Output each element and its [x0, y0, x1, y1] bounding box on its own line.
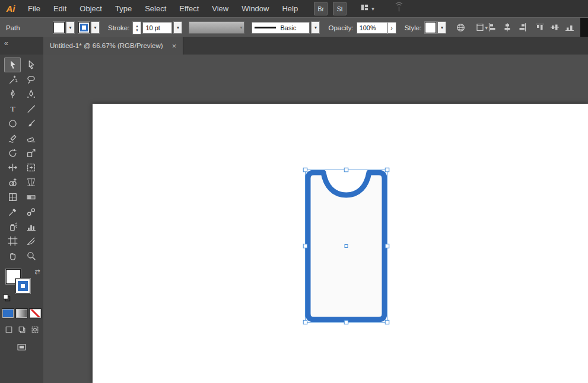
menu-bar: Ai FileEditObjectTypeSelectEffectViewWin… — [0, 0, 588, 18]
panel-dock-endcap — [580, 18, 588, 37]
stock-button[interactable]: St — [333, 2, 347, 15]
symbol-sprayer-tool[interactable] — [4, 219, 21, 234]
menu-window[interactable]: Window — [235, 0, 275, 17]
document-tab-title: Untitled-1* @ 66.67% (RGB/Preview) — [50, 42, 163, 49]
stroke-color-swatch[interactable] — [78, 22, 90, 33]
artboard[interactable] — [93, 104, 588, 383]
slice-tool[interactable] — [23, 234, 39, 249]
shape-builder-tool[interactable] — [4, 175, 21, 190]
opacity-label: Opacity: — [328, 24, 353, 31]
none-button[interactable] — [29, 308, 42, 318]
canvas[interactable] — [43, 55, 588, 383]
free-transform-tool[interactable] — [23, 161, 39, 175]
align-middle-button[interactable] — [550, 23, 560, 33]
lasso-tool[interactable] — [23, 72, 39, 87]
control-bar: Path ▾ ▾ Stroke: ▴▾ 10 pt ▾ ▾ Basic ▾ Op… — [0, 17, 588, 38]
swap-fill-stroke-icon[interactable]: ⇄ — [34, 268, 40, 276]
stroke-width-stepper[interactable]: ▴▾ — [132, 21, 141, 34]
color-mode-buttons — [2, 308, 42, 318]
paintbrush-tool[interactable] — [23, 116, 39, 131]
align-right-button[interactable] — [517, 23, 527, 33]
chevron-down-icon[interactable]: ▾ — [437, 21, 446, 34]
perspective-grid-tool[interactable] — [23, 175, 39, 190]
draw-behind-button[interactable] — [17, 325, 27, 334]
drawing-mode-buttons — [4, 325, 40, 334]
hand-tool[interactable] — [4, 248, 21, 263]
fill-color-swatch[interactable] — [53, 22, 65, 33]
menu-type[interactable]: Type — [109, 0, 138, 17]
menu-object[interactable]: Object — [73, 0, 109, 17]
sync-status-icon[interactable] — [394, 2, 404, 15]
style-label: Style: — [405, 24, 422, 31]
gradient-button[interactable] — [15, 308, 28, 318]
shaper-tool[interactable] — [4, 131, 21, 146]
close-icon[interactable]: × — [172, 42, 177, 50]
rotate-tool[interactable] — [4, 146, 21, 161]
scale-tool[interactable] — [23, 146, 39, 161]
pen-tool[interactable] — [4, 87, 21, 102]
align-center-button[interactable] — [503, 23, 512, 33]
column-graph-tool[interactable] — [23, 219, 39, 234]
workspace-icon — [360, 3, 369, 14]
svg-text:T: T — [10, 105, 15, 114]
tools-panel: T ⇄ — [0, 55, 44, 383]
stroke-width-dropdown[interactable]: ▾ — [173, 21, 182, 34]
recolor-artwork-icon[interactable] — [456, 23, 466, 33]
stroke-label: Stroke: — [108, 24, 129, 31]
chevron-down-icon[interactable]: ▾ — [91, 21, 100, 34]
workspace-switcher[interactable]: ▾ — [360, 3, 374, 14]
direct-selection-tool[interactable] — [23, 58, 39, 72]
menu-select[interactable]: Select — [138, 0, 173, 17]
bridge-button[interactable]: Br — [314, 2, 328, 15]
stroke-width-field[interactable]: 10 pt — [142, 22, 172, 34]
opacity-panel-arrow[interactable]: › — [387, 22, 396, 34]
color-button[interactable] — [2, 308, 14, 318]
ellipse-tool[interactable] — [4, 116, 21, 131]
graphic-style-swatch[interactable] — [425, 22, 436, 33]
menu-view[interactable]: View — [205, 0, 235, 17]
blend-tool[interactable] — [23, 205, 39, 219]
eyedropper-tool[interactable] — [4, 205, 21, 219]
menu-edit[interactable]: Edit — [47, 0, 73, 17]
magic-wand-tool[interactable] — [4, 72, 21, 87]
line-segment-tool[interactable] — [23, 101, 39, 116]
eraser-tool[interactable] — [23, 131, 39, 146]
brush-stroke-preview — [255, 27, 276, 28]
type-tool[interactable]: T — [4, 101, 21, 116]
draw-inside-button[interactable] — [30, 325, 40, 334]
width-tool[interactable] — [4, 161, 21, 175]
menu-help[interactable]: Help — [275, 0, 304, 17]
curvature-tool[interactable] — [23, 87, 39, 102]
selection-tool[interactable] — [4, 58, 21, 72]
graphic-style-dropdown[interactable]: ▾ — [425, 21, 446, 34]
variable-width-profile-dropdown: ▾ — [189, 21, 244, 34]
brush-definition-dropdown[interactable]: ▾ — [311, 21, 320, 34]
align-top-button[interactable] — [535, 23, 545, 33]
tool-grid: T — [4, 55, 39, 263]
zoom-tool[interactable] — [23, 248, 39, 263]
screen-mode-button[interactable] — [17, 342, 27, 355]
menu-effect[interactable]: Effect — [173, 0, 205, 17]
document-setup-dropdown[interactable]: ▾ — [475, 23, 488, 33]
align-bottom-button[interactable] — [565, 23, 574, 33]
brush-definition-field[interactable]: Basic — [252, 22, 310, 34]
mesh-tool[interactable] — [4, 190, 21, 205]
chevron-down-icon: ▾ — [371, 6, 374, 12]
gradient-tool[interactable] — [23, 190, 39, 205]
document-tab[interactable]: Untitled-1* @ 66.67% (RGB/Preview) × — [43, 37, 183, 55]
default-fill-stroke-icon[interactable] — [2, 293, 11, 305]
align-left-button[interactable] — [488, 23, 497, 33]
chevron-down-icon[interactable]: ▾ — [66, 21, 75, 34]
menubar-buttons: Br St ▾ — [314, 2, 404, 15]
fill-color-dropdown[interactable]: ▾ — [53, 21, 75, 34]
document-tab-bar: « Untitled-1* @ 66.67% (RGB/Preview) × — [0, 37, 588, 55]
menu-file[interactable]: File — [21, 0, 47, 17]
chevron-down-icon: ▾ — [240, 25, 242, 30]
stroke-swatch[interactable] — [15, 279, 30, 293]
artboard-tool[interactable] — [4, 234, 21, 249]
draw-normal-button[interactable] — [4, 325, 14, 334]
opacity-field[interactable]: 100% — [357, 22, 387, 34]
collapse-panel-icon[interactable]: « — [4, 39, 7, 47]
stroke-color-dropdown[interactable]: ▾ — [78, 21, 100, 34]
fill-stroke-swatches: ⇄ — [4, 269, 40, 304]
